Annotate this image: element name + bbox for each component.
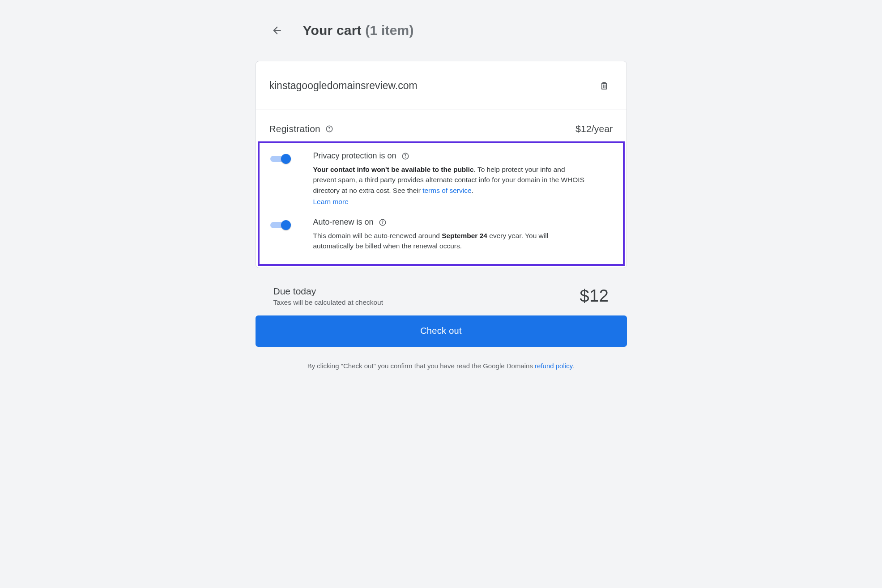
trash-icon xyxy=(599,80,609,91)
disclaimer-post: . xyxy=(573,362,575,370)
privacy-desc-bold: Your contact info won't be available to … xyxy=(313,166,474,173)
toggle-thumb xyxy=(281,154,291,164)
domain-name: kinstagoogledomainsreview.com xyxy=(269,80,418,92)
cart-item-count: (1 item) xyxy=(365,23,413,38)
privacy-help-button[interactable] xyxy=(401,152,410,161)
checkout-disclaimer: By clicking "Check out" you confirm that… xyxy=(256,362,627,370)
page-title: Your cart (1 item) xyxy=(303,23,414,38)
cart-card: kinstagoogledomainsreview.com Registrati… xyxy=(256,61,627,268)
autorenew-desc-pre: This domain will be auto-renewed around xyxy=(313,232,442,239)
help-icon xyxy=(325,125,333,133)
toggle-thumb xyxy=(281,220,291,230)
help-icon xyxy=(401,152,409,160)
cart-page: Your cart (1 item) kinstagoogledomainsre… xyxy=(256,22,627,588)
disclaimer-pre: By clicking "Check out" you confirm that… xyxy=(307,362,535,370)
autorenew-date: September 24 xyxy=(442,232,487,239)
title-text: Your cart xyxy=(303,23,362,38)
autorenew-help-button[interactable] xyxy=(378,218,387,227)
privacy-section: Privacy protection is on Your contact in… xyxy=(270,151,612,207)
registration-label: Registration xyxy=(269,124,320,134)
privacy-title: Privacy protection is on xyxy=(313,151,396,161)
autorenew-toggle[interactable] xyxy=(270,219,291,230)
learn-more-link[interactable]: Learn more xyxy=(313,196,349,207)
due-today-subtitle: Taxes will be calculated at checkout xyxy=(273,298,383,307)
remove-item-button[interactable] xyxy=(595,77,613,94)
due-today-amount: $12 xyxy=(580,286,609,306)
cart-item-row: kinstagoogledomainsreview.com xyxy=(256,61,626,110)
autorenew-title: Auto-renew is on xyxy=(313,217,374,227)
refund-policy-link[interactable]: refund policy xyxy=(535,362,573,370)
registration-help-button[interactable] xyxy=(325,124,334,133)
due-today-row: Due today Taxes will be calculated at ch… xyxy=(256,268,627,315)
arrow-left-icon xyxy=(271,25,283,36)
options-highlight: Privacy protection is on Your contact in… xyxy=(258,141,625,266)
page-header: Your cart (1 item) xyxy=(256,22,627,38)
checkout-button[interactable]: Check out xyxy=(256,315,627,347)
back-button[interactable] xyxy=(269,22,285,38)
terms-of-service-link[interactable]: terms of service xyxy=(422,187,471,194)
help-icon xyxy=(379,218,387,226)
autorenew-description: This domain will be auto-renewed around … xyxy=(313,230,586,251)
registration-row: Registration $12/year xyxy=(256,110,626,140)
due-today-title: Due today xyxy=(273,286,383,297)
privacy-desc-period: . xyxy=(472,187,473,194)
autorenew-section: Auto-renew is on This domain will be aut… xyxy=(270,217,612,251)
privacy-description: Your contact info won't be available to … xyxy=(313,164,586,207)
privacy-toggle[interactable] xyxy=(270,153,291,164)
registration-price: $12/year xyxy=(575,124,613,134)
